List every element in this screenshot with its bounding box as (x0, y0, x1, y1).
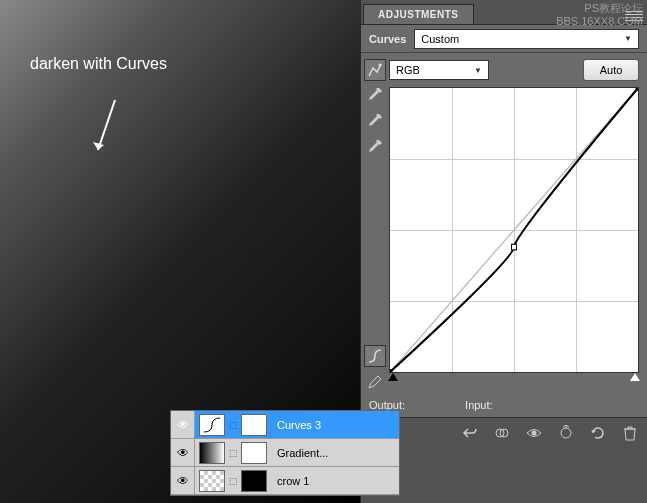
layer-visibility-toggle[interactable]: 👁 (171, 411, 195, 438)
svg-rect-4 (390, 369, 392, 372)
return-to-list-icon[interactable] (461, 424, 479, 442)
white-point-slider[interactable] (630, 373, 640, 381)
eye-icon: 👁 (177, 446, 189, 460)
svg-line-0 (98, 100, 115, 150)
layer-mask-thumb[interactable] (241, 442, 267, 464)
tab-adjustments[interactable]: ADJUSTMENTS (363, 4, 474, 24)
auto-button[interactable]: Auto (583, 59, 639, 81)
preset-value: Custom (421, 33, 459, 45)
toggle-visibility-icon[interactable] (525, 424, 543, 442)
link-icon: ⬚ (229, 476, 237, 486)
layer-thumb-image[interactable] (199, 470, 225, 492)
input-slider[interactable] (389, 373, 639, 387)
previous-state-icon[interactable] (557, 424, 575, 442)
annotation-text: darken with Curves (30, 55, 167, 73)
svg-rect-6 (636, 88, 638, 91)
layer-mask-thumb[interactable] (241, 470, 267, 492)
reset-icon[interactable] (589, 424, 607, 442)
svg-point-2 (379, 64, 382, 67)
layer-visibility-toggle[interactable]: 👁 (171, 439, 195, 466)
svg-marker-1 (93, 142, 104, 150)
svg-point-10 (532, 430, 537, 435)
layer-mask-thumb[interactable] (241, 414, 267, 436)
link-icon: ⬚ (229, 420, 237, 430)
curves-graph-area: RGB ▼ Auto (389, 53, 647, 393)
layer-name[interactable]: crow 1 (277, 475, 309, 487)
channel-value: RGB (396, 64, 420, 76)
chevron-down-icon: ▼ (474, 66, 482, 75)
adjustments-panel: ADJUSTMENTS Curves Custom ▼ RGB ▼ (360, 0, 647, 503)
curve-graph[interactable] (389, 87, 639, 373)
layer-thumb-curves-icon[interactable] (199, 414, 225, 436)
layer-row[interactable]: 👁 ⬚ Curves 3 (171, 411, 399, 439)
svg-rect-5 (512, 244, 517, 250)
layers-panel-fragment: 👁 ⬚ Curves 3 👁 ⬚ Gradient... 👁 ⬚ crow 1 (170, 410, 400, 496)
channel-dropdown[interactable]: RGB ▼ (389, 60, 489, 80)
eyedropper-black-icon[interactable] (364, 85, 386, 107)
svg-line-3 (390, 88, 638, 372)
preset-dropdown[interactable]: Custom ▼ (414, 29, 639, 49)
eye-icon: 👁 (177, 474, 189, 488)
layer-name[interactable]: Curves 3 (277, 419, 321, 431)
curves-tool-column (361, 53, 389, 393)
eyedropper-white-icon[interactable] (364, 137, 386, 159)
targeted-adjustment-tool[interactable] (364, 59, 386, 81)
layer-thumb-gradient-icon[interactable] (199, 442, 225, 464)
panel-bottom-bar (361, 417, 647, 447)
pencil-mode-button[interactable] (364, 371, 386, 393)
input-label: Input: (465, 399, 493, 411)
curves-body: RGB ▼ Auto (361, 53, 647, 393)
layer-name[interactable]: Gradient... (277, 447, 328, 459)
layer-row[interactable]: 👁 ⬚ Gradient... (171, 439, 399, 467)
annotation-arrow (90, 95, 120, 165)
eyedropper-gray-icon[interactable] (364, 111, 386, 133)
layer-row[interactable]: 👁 ⬚ crow 1 (171, 467, 399, 495)
svg-point-11 (561, 428, 571, 438)
curves-header: Curves Custom ▼ (361, 25, 647, 53)
curve-mode-button[interactable] (364, 345, 386, 367)
delete-icon[interactable] (621, 424, 639, 442)
eye-icon: 👁 (177, 418, 189, 432)
output-input-row: Output: Input: (361, 393, 647, 417)
adjustment-type-label: Curves (369, 33, 406, 45)
clip-to-layer-icon[interactable] (493, 424, 511, 442)
layer-visibility-toggle[interactable]: 👁 (171, 467, 195, 494)
watermark: PS教程论坛 BBS.16XX8.COM (556, 2, 643, 28)
black-point-slider[interactable] (388, 373, 398, 381)
link-icon: ⬚ (229, 448, 237, 458)
chevron-down-icon: ▼ (624, 34, 632, 43)
